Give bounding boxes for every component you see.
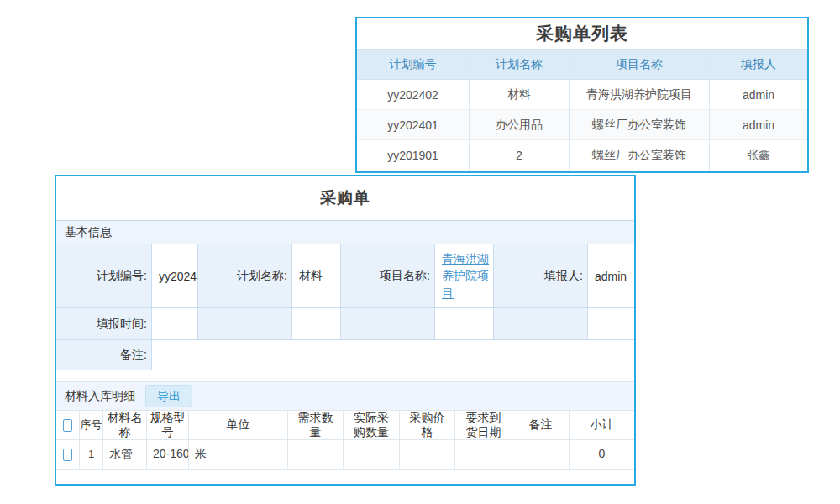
empty-cell (197, 308, 291, 339)
cell-plan-no: yy201901 (357, 140, 469, 171)
column-header-plan-name: 计划名称 (469, 50, 569, 79)
purchase-list-panel: 采购单列表 计划编号 计划名称 项目名称 填报人 yy202402 材料 青海洪… (355, 17, 809, 173)
column-header-required-qty: 需求数量 (287, 411, 343, 439)
empty-cell (340, 308, 434, 339)
list-header-row: 计划编号 计划名称 项目名称 填报人 (357, 49, 807, 80)
cell-plan-name: 2 (469, 140, 569, 171)
purchase-detail-panel: 采购单 基本信息 计划编号: yy2024 计划名称: 材料 项目名称: 青海洪… (55, 175, 636, 486)
spacer (56, 370, 634, 381)
cell-required-qty (287, 440, 343, 469)
plan-no-label: 计划编号: (56, 244, 151, 307)
cell-plan-name: 材料 (469, 80, 569, 109)
column-header-arrival-date: 要求到货日期 (454, 411, 512, 439)
column-header-project-name: 项目名称 (569, 50, 709, 79)
plan-name-value: 材料 (291, 244, 340, 307)
cell-plan-name: 办公用品 (469, 110, 569, 139)
cell-project-name: 螺丝厂办公室装饰 (569, 140, 709, 171)
reporter-label: 填报人: (493, 244, 587, 307)
export-button[interactable]: 导出 (145, 385, 192, 407)
cell-unit: 米 (188, 440, 287, 469)
project-name-label: 项目名称: (340, 244, 434, 307)
fill-time-label: 填报时间: (56, 308, 151, 339)
cell-spec: 20-160 (146, 440, 188, 469)
empty-cell (434, 308, 493, 339)
reporter-value: admin (587, 244, 634, 307)
purchase-list-title: 采购单列表 (357, 18, 807, 49)
cell-project-name: 青海洪湖养护院项目 (569, 80, 709, 109)
column-header-material-name: 材料名称 (102, 411, 146, 439)
cell-subtotal: 0 (569, 440, 634, 469)
basic-info-row: 计划编号: yy2024 计划名称: 材料 项目名称: 青海洪湖养护院项目 填报… (56, 244, 634, 307)
empty-cell (291, 308, 340, 339)
cell-project-name: 螺丝厂办公室装饰 (569, 110, 709, 139)
purchase-detail-title: 采购单 (56, 176, 634, 220)
empty-cell (493, 308, 587, 339)
fill-time-value (151, 308, 197, 339)
row-select-cell (56, 440, 79, 469)
column-header-actual-qty: 实际采购数量 (343, 411, 399, 439)
column-header-subtotal: 小计 (569, 411, 634, 439)
column-header-remark: 备注 (512, 411, 569, 439)
column-header-seq: 序号 (79, 411, 102, 439)
remark-label: 备注: (56, 340, 151, 370)
project-link[interactable]: 青海洪湖养护院项目 (442, 247, 493, 305)
plan-name-label: 计划名称: (197, 244, 291, 307)
project-name-value: 青海洪湖养护院项目 (434, 244, 493, 307)
remark-value (151, 340, 634, 370)
cell-remark (512, 440, 569, 469)
remark-row: 备注: (56, 339, 634, 370)
cell-plan-no: yy202402 (357, 80, 469, 109)
materials-section-label: 材料入库明细 (65, 389, 135, 404)
select-all-cell (56, 411, 79, 439)
table-row[interactable]: yy202401 办公用品 螺丝厂办公室装饰 admin (357, 110, 807, 140)
fill-time-row: 填报时间: (56, 307, 634, 339)
column-header-reporter: 填报人 (709, 50, 807, 79)
cell-actual-qty (343, 440, 399, 469)
column-header-spec: 规格型号 (146, 411, 188, 439)
table-row[interactable]: yy201901 2 螺丝厂办公室装饰 张鑫 (357, 140, 807, 171)
material-row[interactable]: 1 水管 20-160 米 0 (56, 440, 634, 470)
cell-reporter: admin (709, 110, 807, 139)
column-header-unit: 单位 (188, 411, 287, 439)
row-checkbox[interactable] (63, 449, 72, 461)
cell-arrival-date (454, 440, 512, 469)
cell-seq: 1 (79, 440, 102, 469)
basic-info-section-header: 基本信息 (56, 220, 634, 244)
cell-reporter: admin (709, 80, 807, 109)
table-row[interactable]: yy202402 材料 青海洪湖养护院项目 admin (357, 80, 807, 110)
cell-reporter: 张鑫 (709, 140, 807, 171)
column-header-plan-no: 计划编号 (357, 50, 469, 79)
cell-plan-no: yy202401 (357, 110, 469, 139)
select-all-checkbox[interactable] (63, 419, 72, 432)
cell-price (399, 440, 454, 469)
materials-header-row: 序号 材料名称 规格型号 单位 需求数量 实际采购数量 采购价格 要求到货日期 … (56, 411, 634, 440)
basic-info-section-label: 基本信息 (65, 225, 112, 240)
column-header-price: 采购价格 (399, 411, 454, 439)
empty-cell (587, 308, 634, 339)
plan-no-value: yy2024 (151, 244, 197, 307)
materials-section-header: 材料入库明细 导出 (56, 381, 634, 411)
cell-material-name: 水管 (102, 440, 146, 469)
